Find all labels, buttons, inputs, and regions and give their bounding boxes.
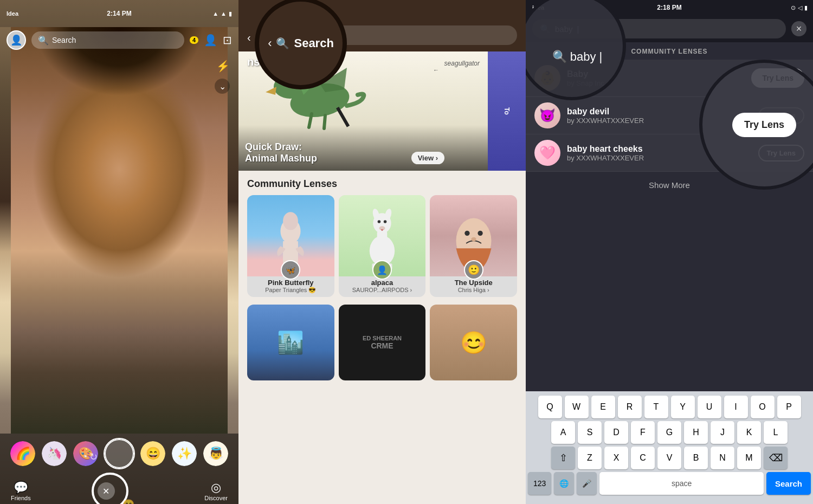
key-q[interactable]: Q bbox=[538, 396, 562, 418]
keyboard-row-3: ⇧ Z X C V B N M ⌫ bbox=[528, 447, 811, 469]
key-d[interactable]: D bbox=[604, 421, 628, 444]
chevron-down-icon[interactable]: ⌄ bbox=[215, 79, 230, 94]
key-u[interactable]: U bbox=[698, 396, 721, 418]
search-pill[interactable]: 🔍 Search bbox=[31, 31, 184, 49]
challenge-title-area: Quick Draw: Animal Mashup bbox=[238, 125, 488, 171]
friends-nav[interactable]: 💬 Friends bbox=[11, 481, 31, 501]
lens-item-unicorn[interactable]: 🦄 bbox=[41, 440, 68, 467]
key-f[interactable]: F bbox=[631, 421, 655, 444]
svg-point-21 bbox=[471, 237, 476, 241]
avatar-icon: 👤 bbox=[10, 34, 22, 46]
notification-badge[interactable]: 4 bbox=[190, 36, 198, 44]
key-l[interactable]: L bbox=[764, 421, 788, 444]
lens-item-rainbow[interactable]: 🌈 bbox=[9, 440, 36, 467]
status-icons: ▲ ▲ ▮ bbox=[212, 10, 232, 17]
lens-item-empty-active[interactable] bbox=[104, 438, 135, 469]
more-lens-music[interactable]: ED SHEERAN CRME bbox=[339, 305, 426, 380]
explore-header: ‹ 🔍 Search ‹ 🔍 Search bbox=[238, 0, 526, 51]
explore-scroll[interactable]: ns Challeng bbox=[238, 51, 526, 504]
svg-point-20 bbox=[478, 231, 482, 236]
lens-card-upside[interactable]: 🙂 The Upside Chris Higa › bbox=[430, 195, 517, 297]
p3-circle-cursor: | bbox=[599, 50, 603, 64]
panel-explore: ‹ 🔍 Search ‹ 🔍 Search ns Challeng bbox=[238, 0, 526, 504]
key-mic[interactable]: 🎤 bbox=[577, 472, 597, 495]
key-x[interactable]: X bbox=[604, 447, 628, 469]
key-numbers[interactable]: 123 bbox=[528, 472, 551, 495]
key-v[interactable]: V bbox=[657, 447, 681, 469]
key-h[interactable]: H bbox=[684, 421, 708, 444]
back-button[interactable]: ‹ bbox=[247, 31, 251, 44]
scan-icon[interactable]: ⊡ bbox=[223, 34, 232, 47]
keyboard-row-4: 123 🌐 🎤 space Search bbox=[528, 472, 811, 495]
key-m[interactable]: M bbox=[737, 447, 761, 469]
more-lens-city[interactable]: 🏙️ bbox=[247, 305, 334, 380]
circle-search-icon: 🔍 bbox=[276, 37, 289, 50]
key-r[interactable]: R bbox=[618, 396, 642, 418]
key-j[interactable]: J bbox=[711, 421, 734, 444]
lens-grid: 🦋 Pink Butterfly Paper Triangles 😎 bbox=[238, 195, 526, 305]
key-c[interactable]: C bbox=[631, 447, 655, 469]
keyboard: Q W E R T Y U I O P A S D F G H J K L ⇧ … bbox=[526, 391, 813, 504]
key-a[interactable]: A bbox=[551, 421, 575, 444]
p3-battery-icon: ▮ bbox=[804, 4, 808, 11]
key-shift[interactable]: ⇧ bbox=[551, 447, 575, 469]
lens-card-alpaca[interactable]: 👤 alpaca SAUROP...AIRPODS › bbox=[339, 195, 426, 297]
p3-circle-content: 🔍 baby | bbox=[541, 28, 602, 64]
key-p[interactable]: P bbox=[777, 396, 801, 418]
key-n[interactable]: N bbox=[711, 447, 734, 469]
lens-card-butterfly[interactable]: 🦋 Pink Butterfly Paper Triangles 😎 bbox=[247, 195, 334, 297]
flash-icon[interactable]: ⚡ bbox=[216, 60, 230, 73]
signal-icon: ▲ bbox=[221, 10, 227, 17]
key-t[interactable]: T bbox=[644, 396, 668, 418]
upside-creator: Chris Higa › bbox=[430, 287, 517, 296]
friends-icon: 💬 bbox=[14, 481, 28, 495]
key-e[interactable]: E bbox=[591, 396, 615, 418]
try-lens-circle-button[interactable]: Try Lens bbox=[732, 113, 796, 137]
key-i[interactable]: I bbox=[724, 396, 748, 418]
lens-item-sparkle[interactable]: ✨ bbox=[171, 440, 198, 467]
battery-icon: ▮ bbox=[229, 10, 232, 17]
p3-close-button[interactable]: × bbox=[791, 21, 806, 36]
avatar[interactable]: 👤 bbox=[7, 30, 26, 50]
circle-inner: ‹ 🔍 Search bbox=[268, 36, 334, 50]
search-circle-magnifier: ‹ 🔍 Search bbox=[255, 0, 347, 89]
key-y[interactable]: Y bbox=[671, 396, 695, 418]
carrier-info: Idea bbox=[7, 10, 18, 17]
key-o[interactable]: O bbox=[751, 396, 775, 418]
p3-wifi-icon: ⊙ bbox=[791, 4, 796, 11]
alpaca-avatar: 👤 bbox=[372, 260, 392, 280]
lens-item-angel[interactable]: 👼 bbox=[202, 440, 229, 467]
add-friend-icon[interactable]: 👤 bbox=[204, 34, 217, 47]
butterfly-avatar: 🦋 bbox=[281, 260, 300, 280]
key-g[interactable]: G bbox=[657, 421, 681, 444]
more-lens-face[interactable]: 😊 bbox=[430, 305, 517, 380]
lens-item-smiley[interactable]: 😄 bbox=[139, 440, 166, 467]
key-s[interactable]: S bbox=[578, 421, 602, 444]
p3-nav-icon: ◁ bbox=[798, 4, 802, 11]
more-lenses-row: 🏙️ ED SHEERAN CRME 😊 bbox=[238, 305, 526, 388]
p3-circle-search-text: baby bbox=[570, 50, 596, 64]
discover-label: Discover bbox=[204, 495, 228, 501]
key-z[interactable]: Z bbox=[578, 447, 602, 469]
challenge-subtitle: Animal Mashup bbox=[245, 153, 481, 164]
timer-icon[interactable]: ↻ bbox=[89, 451, 98, 463]
close-camera-icon[interactable]: ✕ bbox=[98, 482, 115, 500]
discover-nav[interactable]: ◎ Discover bbox=[204, 481, 228, 501]
status-bar-panel1: Idea 2:14 PM ▲ ▲ ▮ bbox=[0, 0, 238, 27]
circle-search-text: Search bbox=[294, 36, 333, 50]
key-backspace[interactable]: ⌫ bbox=[764, 447, 788, 469]
circle-back-icon[interactable]: ‹ bbox=[268, 36, 272, 50]
emoji-icon[interactable]: 😊 bbox=[122, 499, 134, 504]
time-display: 2:14 PM bbox=[107, 10, 131, 17]
svg-point-19 bbox=[464, 231, 469, 236]
key-space[interactable]: space bbox=[599, 472, 764, 495]
discover-icon: ◎ bbox=[211, 481, 221, 495]
key-search[interactable]: Search bbox=[766, 472, 811, 495]
camera-bottom-bar: 🌈 🦄 🎨 😄 ✨ 👼 💬 Friends bbox=[0, 434, 238, 504]
key-w[interactable]: W bbox=[565, 396, 589, 418]
key-k[interactable]: K bbox=[737, 421, 761, 444]
key-b[interactable]: B bbox=[684, 447, 708, 469]
key-globe[interactable]: 🌐 bbox=[554, 472, 574, 495]
result-devil-avatar: 😈 bbox=[534, 102, 560, 128]
view-button[interactable]: View › bbox=[411, 152, 444, 164]
